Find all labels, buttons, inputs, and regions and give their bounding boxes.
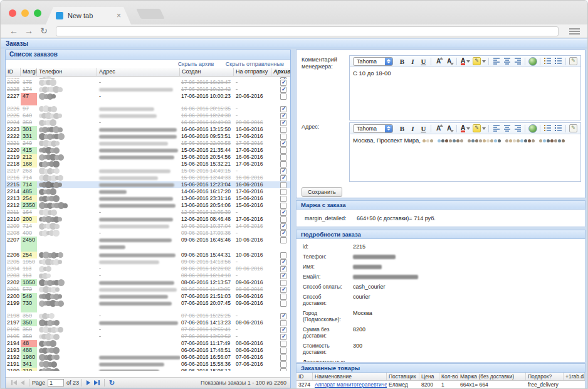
archived-checkbox[interactable] bbox=[280, 189, 286, 195]
order-row-2200[interactable]: 220054907-06-2016 21:51:0309-06-2016 bbox=[6, 293, 290, 300]
menu-icon[interactable] bbox=[569, 28, 580, 36]
column-header-0[interactable]: ID bbox=[6, 68, 21, 76]
align-center-icon[interactable] bbox=[502, 56, 512, 66]
product-link[interactable]: Аппарат магнитотерапевтический ... bbox=[315, 381, 387, 388]
order-row-2219[interactable]: 221921215-06-2016 20:54:5616-06-2016 bbox=[6, 154, 290, 161]
archived-checkbox[interactable] bbox=[280, 182, 286, 188]
archived-checkbox[interactable] bbox=[280, 154, 286, 161]
product-column-header-3[interactable]: Цена bbox=[419, 373, 439, 380]
bold-icon[interactable] bbox=[397, 56, 407, 66]
product-column-header-1[interactable]: Наименование bbox=[313, 373, 387, 380]
column-header-3[interactable]: Адрес bbox=[97, 68, 180, 76]
archived-checkbox[interactable] bbox=[280, 106, 286, 112]
column-header-6[interactable]: Архивный bbox=[271, 68, 290, 76]
order-row-2220[interactable]: 222041515-06-2016 21:35:4417-06-2016 bbox=[6, 147, 290, 154]
edit-source-icon[interactable] bbox=[569, 124, 578, 133]
archived-checkbox[interactable] bbox=[280, 301, 286, 307]
archived-checkbox[interactable] bbox=[280, 361, 286, 368]
archived-checkbox[interactable] bbox=[280, 334, 286, 340]
order-row-2194[interactable]: 21944807-06-2016 11:17:4908-06-2016 bbox=[6, 340, 290, 347]
edit-source-icon[interactable] bbox=[569, 56, 578, 66]
column-header-4[interactable]: Создан bbox=[180, 68, 234, 76]
archived-checkbox[interactable] bbox=[280, 313, 286, 319]
order-row-2223[interactable]: 222330116-06-2016 13:15:5016-06-2016 bbox=[6, 126, 290, 133]
archived-checkbox[interactable] bbox=[280, 113, 286, 119]
browser-tab[interactable]: New tab × bbox=[46, 7, 131, 24]
font-family-select[interactable]: Tahoma bbox=[353, 57, 393, 66]
archived-checkbox[interactable] bbox=[280, 168, 286, 174]
insert-image-icon[interactable] bbox=[528, 56, 537, 66]
order-row-2208[interactable]: 2208400-09-06-2016 17:09:36- bbox=[6, 230, 290, 237]
archived-checkbox[interactable] bbox=[280, 223, 286, 230]
align-right-icon[interactable] bbox=[513, 124, 522, 133]
archived-checkbox[interactable] bbox=[280, 203, 286, 209]
order-row-2222[interactable]: 222233116-06-2016 09:53:5117-06-2016 bbox=[6, 133, 290, 140]
tab-close-icon[interactable]: × bbox=[117, 12, 121, 19]
archived-checkbox[interactable] bbox=[280, 259, 286, 265]
archived-checkbox[interactable] bbox=[280, 216, 286, 223]
prev-page-icon[interactable] bbox=[21, 380, 24, 385]
archived-checkbox[interactable] bbox=[280, 237, 286, 243]
italic-icon[interactable] bbox=[408, 56, 417, 66]
archived-checkbox[interactable] bbox=[280, 120, 286, 126]
bold-icon[interactable] bbox=[397, 124, 407, 133]
underline-icon[interactable] bbox=[419, 124, 428, 133]
order-row-2204[interactable]: 2204113-08-06-2016 16:26:0209-06-2016 bbox=[6, 265, 290, 272]
highlight-icon[interactable] bbox=[473, 124, 486, 133]
order-row-2190[interactable]: 219021006-06-2016 15:06:12- bbox=[6, 368, 290, 371]
product-column-header-6[interactable]: Подарок? bbox=[526, 373, 564, 380]
font-increase-icon[interactable] bbox=[434, 124, 443, 133]
order-row-2228[interactable]: 222817417-06-2016 10:22:42- bbox=[6, 86, 290, 93]
archived-checkbox[interactable] bbox=[280, 327, 286, 333]
highlight-icon[interactable] bbox=[473, 56, 486, 66]
order-row-2197[interactable]: 219735007-06-2016 14:13:2308-06-2016 bbox=[6, 319, 290, 326]
font-color-icon[interactable] bbox=[459, 124, 471, 133]
archived-checkbox[interactable] bbox=[280, 348, 286, 354]
order-row-2202[interactable]: 2202105008-06-2016 12:13:5709-06-2016 bbox=[6, 279, 290, 286]
page-number-input[interactable] bbox=[48, 379, 64, 386]
order-row-2196[interactable]: 2196350-07-06-2016 13:55:41- bbox=[6, 326, 290, 333]
archived-checkbox[interactable] bbox=[280, 141, 286, 147]
forward-icon[interactable]: → bbox=[23, 26, 34, 36]
product-column-header-5[interactable]: Маржа (без доставки) bbox=[458, 373, 526, 380]
archived-checkbox[interactable] bbox=[280, 273, 286, 279]
align-right-icon[interactable] bbox=[513, 56, 522, 66]
order-row-2195[interactable]: 2195350-07-06-2016 13:50:52- bbox=[6, 333, 290, 340]
product-column-header-7[interactable]: +1rab.day bbox=[564, 373, 585, 380]
order-row-2221[interactable]: 222124015-06-2016 22:00:5817-06-2016 bbox=[6, 140, 290, 147]
ordered-list-icon[interactable] bbox=[543, 124, 552, 133]
order-row-2215[interactable]: 221571415-06-2016 12:23:0416-06-2016 bbox=[6, 181, 290, 188]
close-window-button[interactable] bbox=[9, 9, 16, 17]
align-center-icon[interactable] bbox=[502, 124, 512, 133]
archived-checkbox[interactable] bbox=[280, 87, 286, 93]
product-column-header-2[interactable]: Поставщик bbox=[387, 373, 419, 380]
italic-icon[interactable] bbox=[408, 124, 417, 133]
hide-sent-link[interactable]: Скрыть отправленные bbox=[226, 61, 284, 67]
product-column-header-0[interactable]: ID bbox=[297, 373, 313, 380]
archived-checkbox[interactable] bbox=[280, 230, 286, 237]
column-header-1[interactable]: Margin bbox=[21, 68, 37, 76]
order-row-2216[interactable]: 221671415-06-2016 13:44:3316-06-2016 bbox=[6, 174, 290, 181]
archived-checkbox[interactable] bbox=[280, 196, 286, 202]
zoom-window-button[interactable] bbox=[34, 9, 41, 17]
order-row-2226[interactable]: 22269716-06-2016 20:15:35- bbox=[6, 105, 290, 112]
order-row-2193[interactable]: 219348806-06-2016 17:48:5108-06-2016 bbox=[6, 347, 290, 354]
order-row-2203[interactable]: 2203113-08-06-2016 16:14:10- bbox=[6, 272, 290, 279]
back-icon[interactable]: ← bbox=[8, 26, 19, 36]
archived-checkbox[interactable] bbox=[280, 252, 286, 258]
minimize-window-button[interactable] bbox=[21, 9, 29, 17]
ordered-list-icon[interactable] bbox=[543, 56, 552, 66]
refresh-icon[interactable]: ↻ bbox=[109, 379, 115, 387]
underline-icon[interactable] bbox=[419, 56, 428, 66]
order-row-2192[interactable]: 2192198006-06-2016 16:56:0707-06-2016 bbox=[6, 354, 290, 361]
address-textarea[interactable]: Москва, Проспект Мира, bbox=[350, 134, 580, 146]
archived-checkbox[interactable] bbox=[280, 127, 286, 133]
product-column-header-4[interactable]: Кол-во bbox=[439, 373, 458, 380]
hide-archive-link[interactable]: Скрыть архив bbox=[178, 61, 214, 67]
font-decrease-icon[interactable] bbox=[444, 56, 454, 66]
save-button[interactable]: Сохранить bbox=[302, 187, 342, 197]
column-header-2[interactable]: Телефон bbox=[37, 68, 97, 76]
order-row-2214[interactable]: 221448514-06-2016 16:17:2017-06-2016 bbox=[6, 188, 290, 195]
archived-checkbox[interactable] bbox=[280, 134, 286, 140]
archived-checkbox[interactable] bbox=[280, 354, 286, 361]
